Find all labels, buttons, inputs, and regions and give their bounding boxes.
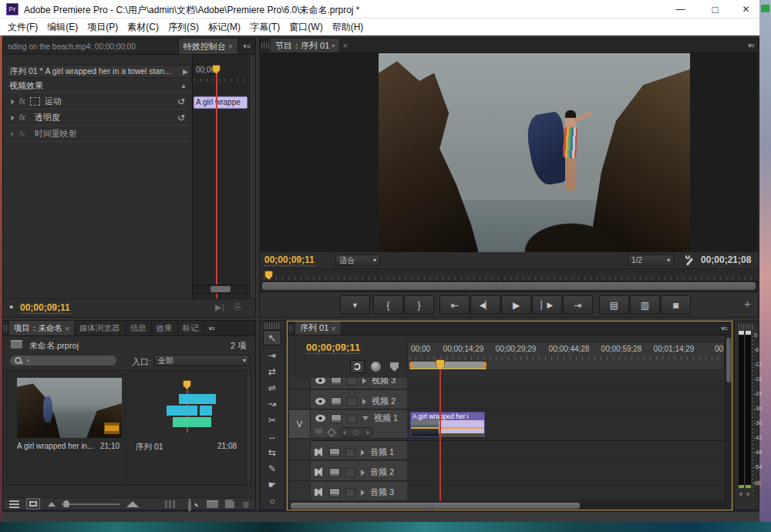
tab-project[interactable]: 项目：未命名 ×	[9, 321, 75, 335]
track-header-video1[interactable]: 视频 1	[311, 410, 407, 439]
reset-icon[interactable]: ↺	[177, 96, 185, 107]
next-keyframe-icon[interactable]	[367, 430, 369, 434]
tab-effect-controls[interactable]: 特效控制台 ×	[179, 39, 239, 54]
tool-pen[interactable]: ✎	[263, 462, 281, 476]
expand-track-icon[interactable]	[362, 378, 366, 384]
toggle-track-mute-icon[interactable]	[315, 449, 324, 456]
ecp-zoombar[interactable]	[193, 285, 248, 294]
ecp-section-video-effects[interactable]: 视频效果 ▲	[6, 79, 191, 93]
tab-media-browser[interactable]: 媒体浏览器	[75, 321, 126, 335]
sync-lock-icon[interactable]	[329, 448, 340, 457]
toggle-track-mute-icon[interactable]	[315, 469, 324, 476]
tool-razor[interactable]: ✂	[263, 413, 281, 427]
tool-ripple-edit[interactable]: ⇄	[263, 365, 281, 379]
panel-menu-icon[interactable]: ▾≡	[238, 39, 255, 54]
settings-wrench-icon[interactable]	[685, 254, 695, 266]
lane-audio2[interactable]	[407, 461, 725, 481]
timeline-clip[interactable]: A girl wrapped her i	[410, 412, 485, 437]
encore-marker-icon[interactable]	[371, 362, 381, 372]
clip-opacity-rubberband[interactable]	[411, 427, 485, 429]
list-view-icon[interactable]	[9, 500, 19, 508]
tab-close-icon[interactable]: ×	[65, 324, 69, 333]
section-collapse-icon[interactable]: ▲	[180, 82, 187, 89]
desktop-icon[interactable]	[761, 5, 769, 12]
bin-item-sequence[interactable]: 序列 01 21;08	[126, 374, 248, 483]
panel-grip[interactable]	[264, 323, 280, 329]
zoom-in-icon[interactable]	[126, 501, 139, 507]
tool-zoom[interactable]: ○	[263, 494, 281, 508]
tool-slide[interactable]: ⇆	[263, 446, 281, 460]
tab-close-icon[interactable]: ×	[340, 39, 349, 52]
lane-video1[interactable]: A girl wrapped her i	[407, 410, 725, 439]
panel-grip[interactable]	[289, 325, 294, 332]
bin-vscrollbar[interactable]	[246, 371, 251, 486]
display-style-icon[interactable]	[315, 429, 324, 436]
track-lock-icon[interactable]	[345, 468, 355, 477]
tool-track-select[interactable]: ⇥	[263, 348, 281, 362]
track-header-audio3[interactable]: 音频 3	[311, 482, 407, 501]
header-expand-icon[interactable]: ▶	[183, 68, 188, 76]
sync-lock-icon[interactable]	[329, 468, 340, 477]
dropdown-icon[interactable]: ▾	[332, 42, 335, 49]
track-lock-icon[interactable]	[345, 448, 355, 457]
track-lock-icon[interactable]	[347, 378, 357, 386]
sync-lock-icon[interactable]	[331, 414, 342, 423]
track-lock-icon[interactable]	[345, 488, 355, 497]
play-in-out-icon[interactable]: ▶⟩	[215, 302, 225, 312]
menu-edit[interactable]: 编辑(E)	[42, 19, 82, 35]
entry-dropdown[interactable]: 全部▾	[154, 355, 250, 366]
bin-item-clip[interactable]: A girl wrapped her in... 21;10	[12, 374, 126, 483]
export-icon[interactable]: ⎘	[234, 302, 241, 312]
mark-in-button[interactable]: {	[373, 295, 403, 315]
extract-button[interactable]: ▥	[630, 295, 660, 315]
marker-button[interactable]: ▼	[340, 295, 370, 315]
add-keyframe-icon[interactable]	[327, 428, 335, 436]
track-header-video3[interactable]: 视频 3	[311, 378, 407, 389]
prev-keyframe-icon[interactable]	[343, 430, 345, 434]
lift-button[interactable]: ▤	[599, 295, 629, 315]
vscroll-thumb[interactable]	[726, 338, 731, 382]
resolution-dropdown[interactable]: 1/2▾	[628, 254, 674, 266]
search-box[interactable]: ▾	[9, 355, 117, 366]
tool-slip[interactable]: ↔	[263, 429, 281, 443]
menu-marker[interactable]: 标记(M)	[204, 19, 245, 35]
panel-menu-icon[interactable]: ▾≡	[716, 322, 732, 335]
toggle-track-output-icon[interactable]	[315, 398, 325, 405]
icon-view-icon[interactable]	[26, 498, 40, 510]
new-bin-icon[interactable]	[207, 500, 218, 508]
tab-close-icon[interactable]: ×	[228, 42, 233, 51]
panel-grip[interactable]	[739, 324, 754, 330]
zoom-out-icon[interactable]	[48, 502, 56, 507]
track-lock-icon[interactable]	[347, 414, 357, 423]
hscroll-thumb[interactable]	[291, 503, 580, 509]
menu-file[interactable]: 文件(F)	[3, 19, 42, 35]
timeline-ruler[interactable]: 00;00 00;00;14;29 00;00;29;29 00;00;44;2…	[407, 342, 725, 370]
tab-markers[interactable]: 标记	[178, 321, 204, 335]
thumbnail-zoom-slider[interactable]	[62, 503, 120, 505]
tab-close-icon[interactable]: ×	[331, 324, 335, 333]
effect-row-motion[interactable]: fx 运动 ↺	[6, 94, 191, 109]
folder-up-icon[interactable]	[11, 340, 22, 348]
search-input[interactable]	[30, 355, 110, 366]
mark-out-button[interactable]: }	[404, 295, 434, 315]
expand-track-icon[interactable]	[361, 450, 365, 456]
slider-thumb[interactable]	[63, 500, 69, 507]
timeline-hscrollbar[interactable]	[289, 502, 725, 510]
collapse-track-icon[interactable]	[362, 416, 369, 420]
menu-project[interactable]: 项目(P)	[82, 19, 123, 35]
goto-in-button[interactable]: ⇤	[439, 295, 470, 315]
step-back-button[interactable]: ◀▏	[470, 295, 500, 315]
tab-sequence[interactable]: 序列 01 ×	[295, 322, 342, 335]
titlebar[interactable]: Pr Adobe Premiere Pro - C:\用户\admin\文档\A…	[0, 0, 759, 19]
sync-lock-icon[interactable]	[331, 378, 342, 386]
zoombar-thumb[interactable]	[210, 286, 231, 292]
tool-hand[interactable]: ☛	[263, 478, 281, 492]
source-patch-v[interactable]: V	[289, 410, 311, 439]
tab-info[interactable]: 信息	[126, 321, 152, 335]
ecp-mini-timeline[interactable]: 00;00 A girl wrappe	[192, 55, 248, 298]
ecp-playhead-line[interactable]	[216, 70, 217, 298]
play-button[interactable]: ▶	[501, 295, 531, 315]
timeline-vscrollbar[interactable]	[725, 336, 732, 510]
tool-rate-stretch[interactable]: ↝	[263, 397, 281, 411]
ecp-timecode[interactable]: 00;00;09;11	[20, 302, 70, 314]
